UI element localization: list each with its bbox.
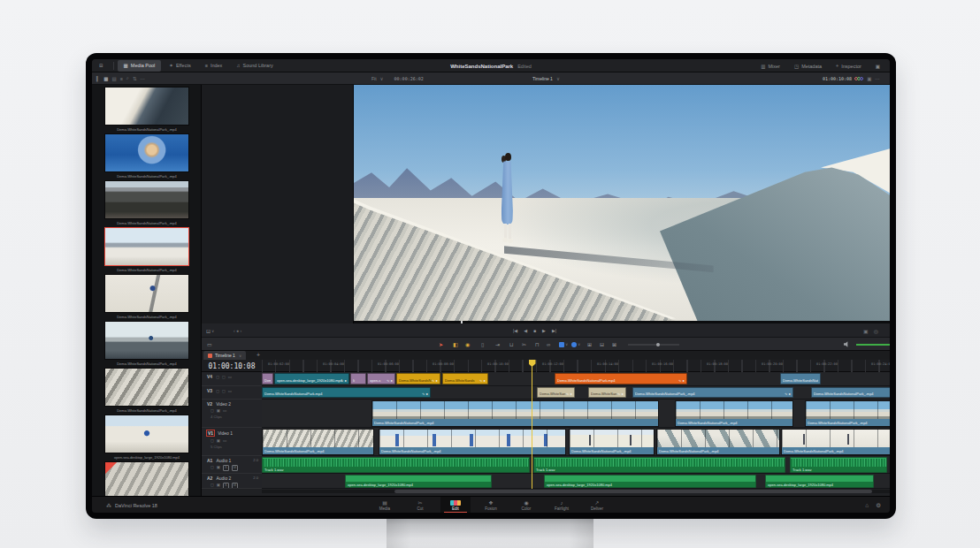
- auto-select-icon[interactable]: ◻: [222, 375, 226, 379]
- media-pool-clip[interactable]: Demo-WhiteSandsNationalPark_.mp4: [104, 368, 189, 413]
- solo-button[interactable]: S: [223, 465, 229, 471]
- auto-select-icon[interactable]: ▣: [217, 438, 220, 443]
- timeline-video-clip[interactable]: Demo-WhiteSandsNationalPark_.mp4: [675, 400, 793, 427]
- timeline-clip[interactable]: Demo-WhiteSan∿ ●: [537, 387, 575, 398]
- clip-color-icon[interactable]: ▍: [96, 76, 100, 81]
- media-clip-thumbnail-sunset-ridge[interactable]: [104, 321, 189, 360]
- media-clip-thumbnail-flagged[interactable]: [104, 461, 189, 496]
- enable-video-icon[interactable]: ▭: [228, 375, 232, 379]
- timeline-audio-clip[interactable]: open-sea-desktop_large_1920x1080.mp4: [544, 475, 756, 488]
- media-pool-clip[interactable]: open-sea-desktop_large_1920x1080.mp4: [104, 415, 189, 460]
- timeline-horizontal-scrollbar[interactable]: [262, 490, 890, 493]
- track-header-V3[interactable]: V3◻◻▭: [202, 386, 262, 400]
- razor-icon[interactable]: ✂: [522, 338, 526, 351]
- tab-panel-toggle[interactable]: ⊟: [93, 60, 110, 72]
- flag-marker-dropdown[interactable]: ∨: [559, 338, 568, 351]
- tab-index[interactable]: ≡Index: [199, 60, 229, 72]
- jog-control[interactable]: ‹ ● ›: [234, 323, 241, 338]
- snapping-icon[interactable]: ⊓: [535, 338, 540, 351]
- media-pool-clip[interactable]: Demo-WhiteSandsNationalPark_.mp4: [104, 321, 189, 366]
- timeline-clip[interactable]: open-s∿ ●: [367, 373, 395, 384]
- timeline-video-clip[interactable]: Demo-WhiteSandsNationalPark_.mp4∿ ●: [262, 429, 374, 455]
- timeline-audio-clip[interactable]: Track 1.wav: [262, 457, 530, 473]
- media-pool-clip[interactable]: Demo-WhiteSandsNationalPark_.mp4: [104, 227, 189, 272]
- media-pool-clip[interactable]: [104, 461, 189, 496]
- timeline-clip[interactable]: Demo-WhiteSandsNationalPark.mp4∿ ●: [555, 373, 687, 384]
- media-clip-thumbnail-blue-walker[interactable]: [104, 415, 189, 453]
- lock-icon[interactable]: ◻: [216, 389, 219, 393]
- timeline-video-clip[interactable]: Demo-WhiteSandsNationalPark_.mp4: [569, 429, 655, 455]
- media-clip-thumbnail-walker-shadow[interactable]: [104, 274, 189, 313]
- timeline-video-clip[interactable]: Demo-WhiteSandsNationalPark_.mp4: [371, 400, 659, 427]
- media-pool-clip[interactable]: Demo-WhiteSandsNationalPark_.mp4: [104, 274, 189, 319]
- auto-select-icon[interactable]: ▣: [217, 408, 220, 413]
- timeline-selector[interactable]: Timeline 1 ∨: [532, 72, 560, 84]
- timeline-volume-slider[interactable]: [856, 344, 890, 346]
- timeline-video-clip[interactable]: Demo-WhiteSandsNationalPark_.mp4: [781, 429, 890, 455]
- track-header-V4[interactable]: V4◻◻▭: [202, 372, 262, 386]
- timeline-view-options-icon[interactable]: ▭: [207, 338, 212, 351]
- timeline-video-clip[interactable]: Demo-WhiteSandsNationalPark_.mp4∿ ●: [379, 429, 566, 455]
- media-clip-thumbnail-dark-dunes[interactable]: [104, 180, 189, 219]
- media-clip-thumbnail-dune-curve[interactable]: [104, 87, 189, 126]
- timeline-ruler-scale[interactable]: 01:00:02:0001:00:04:0001:00:06:0001:00:0…: [262, 360, 890, 372]
- page-fairlight[interactable]: ♪Fairlight: [547, 497, 577, 513]
- media-clip-thumbnail-dunes-sel[interactable]: [104, 227, 189, 266]
- blade-edit-mode-tool[interactable]: ▯: [481, 338, 484, 351]
- timeline-tab[interactable]: Timeline 1 ∨: [203, 351, 246, 360]
- enable-video-icon[interactable]: ▭: [223, 408, 226, 413]
- more-icon[interactable]: ⋯: [141, 76, 146, 81]
- link-clips-icon[interactable]: ∞: [547, 338, 550, 351]
- timeline-clip[interactable]: open-sea-desktop_large_1920x1080.mp4∿ ●: [274, 373, 349, 384]
- lock-icon[interactable]: ◻: [211, 408, 214, 413]
- project-settings-gear-icon[interactable]: ⚙: [876, 502, 881, 509]
- zoom-custom-icon[interactable]: ⊠: [612, 338, 616, 351]
- timeline-clip[interactable]: Demo-WhiteSandsN∿ ●: [396, 373, 440, 384]
- timeline-video-clip[interactable]: Demo-WhiteSandsNationalPark_.mp4: [656, 429, 780, 455]
- timeline-clip[interactable]: Demo-WhiteSandsNationalPark_.mp4∿ ●: [632, 387, 793, 398]
- track-header-A2[interactable]: A2Audio 2◻▣SM2.0: [202, 474, 262, 489]
- media-clip-thumbnail-ripples[interactable]: [104, 368, 189, 407]
- track-header-A1[interactable]: A1Audio 1◻▣SM2.0: [202, 456, 262, 474]
- page-deliver[interactable]: ↗Deliver: [582, 497, 612, 513]
- lock-icon[interactable]: ◻: [216, 375, 219, 379]
- enable-video-icon[interactable]: ▭: [223, 438, 226, 443]
- timeline-clip[interactable]: Demo-WhiteSands∿ ●: [442, 373, 488, 384]
- track-id-badge[interactable]: V3: [206, 388, 213, 393]
- safe-area-icon[interactable]: ▣: [867, 76, 871, 81]
- dynamic-trim-mode-tool[interactable]: ◉: [465, 338, 470, 351]
- media-pool-clip[interactable]: Demo-WhiteSandsNationalPark_.mp4: [104, 87, 189, 132]
- audio-mute-icon[interactable]: [844, 338, 850, 351]
- thumbnail-view-icon[interactable]: ▦: [103, 76, 108, 81]
- timeline-audio-clip[interactable]: open-sea-desktop_large_1920x1080.mp4: [345, 475, 492, 488]
- marker-dropdown[interactable]: ∨: [571, 338, 580, 351]
- track-header-V2[interactable]: V2Video 2◻▣▭4 Clips: [202, 400, 262, 428]
- tab-effects[interactable]: ✦Effects: [163, 60, 196, 72]
- stop-button[interactable]: ■: [533, 328, 536, 333]
- track-id-badge[interactable]: V1: [206, 430, 215, 437]
- overwrite-clip-tool[interactable]: ⊔: [509, 338, 514, 351]
- track-lane-A1[interactable]: Track 1.wavTrack 1.wavTrack 1.wav: [262, 456, 890, 474]
- solo-button[interactable]: S: [223, 483, 229, 489]
- multicam-icon[interactable]: ▣: [863, 328, 869, 334]
- insert-clip-tool[interactable]: ⇥: [495, 338, 500, 351]
- more-options-icon[interactable]: ⋯: [875, 76, 880, 81]
- timeline-clip[interactable]: Demo-WhiteSandsNationalPark.mp4∿ ●: [262, 387, 431, 398]
- track-lane-V4[interactable]: Demoopen-sea-desktop_large_1920x1080.mp4…: [262, 372, 890, 386]
- track-lane-V1[interactable]: Demo-WhiteSandsNationalPark_.mp4∿ ●Demo-…: [262, 428, 890, 456]
- timeline-clip[interactable]: Demo-WhiteSandsNationalP: [780, 373, 821, 384]
- timeline-audio-clip[interactable]: Track 1.wav: [790, 457, 887, 473]
- track-id-badge[interactable]: V4: [206, 374, 213, 379]
- timeline-clip[interactable]: Demo: [262, 373, 273, 384]
- play-button[interactable]: ▶: [542, 328, 546, 333]
- color-wheels-icon[interactable]: [855, 77, 863, 80]
- page-edit[interactable]: Edit: [440, 497, 471, 513]
- zoom-detail-icon[interactable]: ⊟: [600, 338, 604, 351]
- lock-icon[interactable]: ◻: [211, 438, 214, 443]
- list-view-icon[interactable]: ▤: [111, 76, 116, 81]
- timeline-clip[interactable]: li: [350, 373, 366, 384]
- auto-select-icon[interactable]: ▣: [217, 483, 220, 489]
- enable-video-icon[interactable]: ▭: [228, 389, 232, 393]
- timeline-viewer[interactable]: [354, 85, 890, 321]
- tab-sound-library[interactable]: ♫Sound Library: [230, 60, 279, 72]
